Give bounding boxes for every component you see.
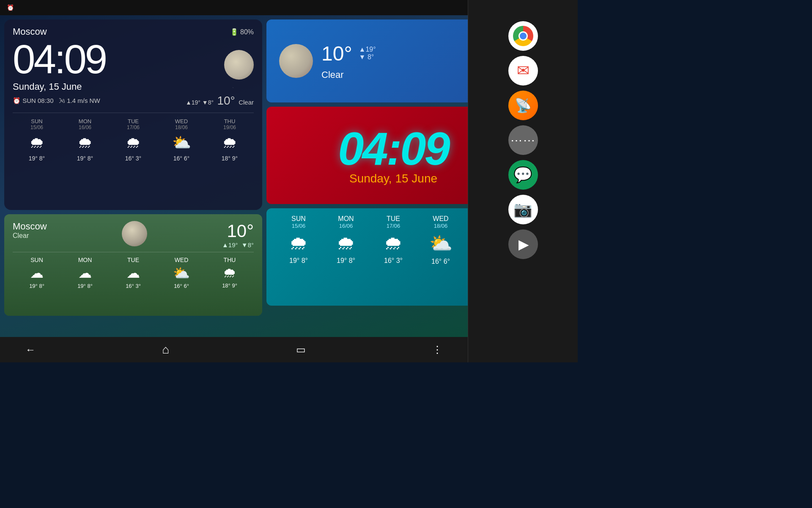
recent-button[interactable]: ▭ [296,344,306,356]
dots-icon: ⋯⋯ [510,133,536,147]
trop-day-temps: 18° 9° [206,282,254,289]
teal-forecast-day: WED 18/06 ⛅ 16° 6° [417,215,464,265]
blue-moon [279,44,313,78]
forecast-day: SUN 15/06 🌧 19° 8° [13,118,61,162]
rss-icon: 📡 [515,97,532,113]
home-button[interactable]: ⌂ [162,343,169,356]
alarm-status-icon: ⏰ [7,4,14,11]
nav-bar: ← ⌂ ▭ ⋮ [0,337,468,362]
app-gmail[interactable]: ✉ [508,56,538,86]
camera-icon: 📷 [513,201,532,218]
dark-forecast: SUN 15/06 🌧 19° 8° MON 16/06 🌧 19° 8° TU… [13,113,254,162]
tropical-forecast-day: SUN ☁ 19° 8° [13,257,61,289]
tropical-forecast-day: WED ⛅ 16° 6° [157,257,206,289]
dark-moon [224,50,254,80]
tropical-hilo: ▲19° ▼8° [222,241,254,248]
weather-icon: 🌧 [109,134,157,152]
app-drawer[interactable]: ⋯⋯ [508,125,538,155]
blue-lo: ▼ 8° [359,53,374,61]
red-date: Sunday, 15 June [349,172,437,185]
day-date: 16/06 [61,124,109,130]
dark-date: Sunday, 15 June [13,81,254,92]
tropical-forecast-row: SUN ☁ 19° 8° MON ☁ 19° 8° TUE ☁ 16° 3° W… [13,252,254,289]
trop-weather-icon: ☁ [61,265,109,281]
tropical-forecast-day: THU 🌧 18° 9° [206,257,254,289]
menu-button[interactable]: ⋮ [432,344,442,356]
dark-temps-condition: ▲19° ▼8° 10° Clear [186,94,254,108]
day-date: 18/06 [157,124,206,130]
tropical-city: Moscow [13,221,47,232]
wind-icon: 🌬 [59,97,65,104]
day-name: TUE [109,118,157,124]
gmail-icon: ✉ [517,62,529,80]
trop-day-name: THU [206,257,254,263]
alarm-icon: ⏰ [13,97,21,104]
widget-tropical-weather: Moscow Clear 10° ▲19° ▼8° SUN ☁ 19° 8° M… [4,214,262,316]
sidebar: ✉ 📡 ⋯⋯ 💬 📷 ▶ [468,0,578,362]
chrome-icon [513,26,533,46]
day-name: THU [206,118,254,124]
trop-day-name: TUE [109,257,157,263]
day-date: 15/06 [13,124,61,130]
day-temps: 16° 6° [157,155,206,162]
weather-icon: 🌧 [206,134,254,152]
tropical-forecast-day: MON ☁ 19° 8° [61,257,109,289]
dark-time: 04:09 [13,39,106,80]
hangouts-icon: 💬 [513,166,532,184]
app-camera[interactable]: 📷 [508,195,538,224]
teal-weather-icon: 🌧 [322,232,370,254]
status-bar-left-icons: ⏰ [7,4,14,11]
tropical-moon [122,221,147,246]
app-chrome[interactable] [508,21,538,51]
tropical-condition: Clear [13,232,47,240]
app-play[interactable]: ▶ [508,229,538,259]
teal-day-name: WED [417,215,464,223]
day-temps: 16° 3° [109,155,157,162]
play-icon: ▶ [518,236,529,252]
trop-day-name: MON [61,257,109,263]
trop-weather-icon: ⛅ [157,265,206,281]
trop-day-temps: 16° 6° [157,283,206,289]
dark-alarm: ⏰ SUN 08:30 🌬 1.4 m/s NW [13,97,100,105]
teal-forecast-day: SUN 15/06 🌧 19° 8° [275,215,322,265]
back-button[interactable]: ← [25,344,36,356]
teal-day-date: 17/06 [370,223,417,229]
teal-day-temps: 16° 3° [370,257,417,265]
app-hangouts[interactable]: 💬 [508,160,538,190]
forecast-day: TUE 17/06 🌧 16° 3° [109,118,157,162]
forecast-day: MON 16/06 🌧 19° 8° [61,118,109,162]
trop-day-temps: 19° 8° [13,283,61,289]
dark-city: Moscow [13,26,47,37]
trop-weather-icon: ☁ [13,265,61,281]
teal-day-date: 18/06 [417,223,464,229]
day-temps: 19° 8° [61,155,109,162]
day-temps: 18° 9° [206,155,254,162]
teal-forecast-day: MON 16/06 🌧 19° 8° [322,215,370,265]
trop-day-temps: 19° 8° [61,283,109,289]
weather-icon: ⛅ [157,134,206,152]
trop-day-name: SUN [13,257,61,263]
trop-day-name: WED [157,257,206,263]
teal-day-name: TUE [370,215,417,223]
teal-day-name: SUN [275,215,322,223]
day-date: 19/06 [206,124,254,130]
blue-temp: 10° [321,42,352,65]
trop-weather-icon: ☁ [109,265,157,281]
teal-day-temps: 19° 8° [275,257,322,265]
dark-battery: 🔋 80% [230,28,254,36]
teal-weather-icon: ⛅ [417,232,464,254]
day-date: 17/06 [109,124,157,130]
forecast-day: WED 18/06 ⛅ 16° 6° [157,118,206,162]
weather-icon: 🌧 [61,134,109,152]
widget-dark-weather: Moscow 🔋 80% 04:09 Sunday, 15 June ⏰ SUN… [4,19,262,210]
day-name: WED [157,118,206,124]
teal-weather-icon: 🌧 [370,232,417,254]
tropical-content: Moscow Clear 10° ▲19° ▼8° SUN ☁ 19° 8° M… [13,221,254,289]
day-name: MON [61,118,109,124]
app-rss[interactable]: 📡 [508,91,538,120]
trop-weather-icon: 🌧 [206,265,254,281]
weather-icon: 🌧 [13,134,61,152]
teal-weather-icon: 🌧 [275,232,322,254]
teal-forecast-day: TUE 17/06 🌧 16° 3° [370,215,417,265]
blue-hi: ▲19° [359,46,376,53]
